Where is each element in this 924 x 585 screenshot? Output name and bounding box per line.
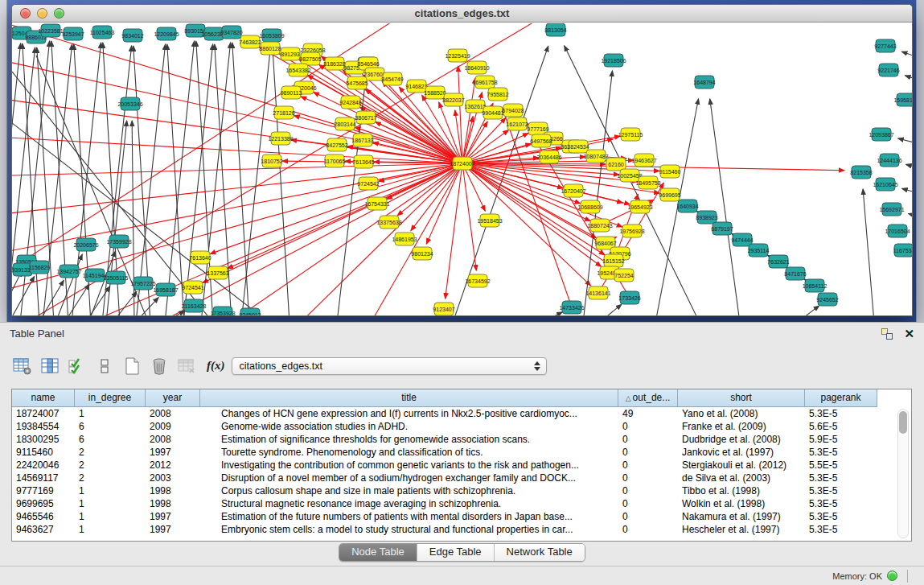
graph-node[interactable]: 16961758	[472, 76, 497, 89]
graph-hub-node[interactable]: 18724007	[450, 157, 474, 170]
graph-node[interactable]: 9347820	[220, 26, 242, 39]
graph-node[interactable]: 9245652	[816, 293, 838, 306]
table-selector-dropdown[interactable]: citations_edges.txt	[232, 357, 547, 375]
graph-node[interactable]: 9245012	[239, 308, 261, 315]
graph-node[interactable]: 14136141	[585, 286, 610, 299]
graph-node[interactable]: 9115460	[659, 165, 681, 178]
graph-node[interactable]: 1648794	[693, 76, 715, 89]
graph-node[interactable]: 17016504	[885, 225, 910, 237]
graph-node[interactable]: 16210645	[873, 178, 897, 191]
graph-node[interactable]: 16543382	[285, 64, 310, 76]
graph-node[interactable]: 12209845	[154, 27, 179, 40]
graph-node[interactable]: 8471676	[784, 267, 806, 280]
table-row[interactable]: 1830029562008Estimation of significance …	[12, 433, 911, 446]
graph-node[interactable]: 1156829	[29, 261, 51, 274]
float-panel-icon[interactable]	[881, 328, 893, 340]
citation-edge-black[interactable]	[902, 188, 912, 194]
graph-node[interactable]: 8860128	[259, 42, 281, 55]
graph-node[interactable]: 13942757	[56, 265, 81, 278]
graph-node[interactable]: 10688609	[577, 200, 602, 213]
graph-node[interactable]: 18640910	[464, 61, 489, 74]
citation-edge-red[interactable]	[12, 163, 462, 176]
table-row[interactable]: 1872400712008Changes of HCN gene express…	[12, 407, 911, 420]
graph-node[interactable]: 7613640	[189, 251, 211, 264]
graph-node[interactable]: 8427552	[326, 138, 347, 151]
graph-node[interactable]: 2935114	[748, 244, 770, 257]
table-row[interactable]: 969969511998Structural magnetic resonanc…	[12, 497, 911, 510]
table-row[interactable]: 946554611997Estimation of the future num…	[12, 510, 911, 523]
graph-node[interactable]: 16053809	[259, 29, 284, 42]
graph-node[interactable]: 9801234	[411, 247, 433, 260]
table-row[interactable]: 977716911998Corpus callosum shape and si…	[12, 484, 911, 497]
citation-network-graph[interactable]: 1125046598860121022358182539471102546398…	[12, 23, 912, 315]
graph-node[interactable]: 12975115	[618, 128, 643, 141]
graph-node[interactable]: 1167534	[893, 244, 912, 257]
graph-node[interactable]: 1615152	[602, 254, 624, 267]
network-canvas[interactable]: 1125046598860121022358182539471102546398…	[12, 23, 912, 315]
function-builder-icon[interactable]: f(x)	[207, 359, 225, 373]
citation-edge-black[interactable]	[133, 46, 150, 315]
graph-node[interactable]: 7632621	[767, 255, 789, 268]
citation-edge-black[interactable]	[541, 312, 562, 315]
graph-node[interactable]: 2718126	[273, 106, 294, 119]
graph-node[interactable]: 9904481	[482, 106, 503, 119]
column-header-year[interactable]: year	[146, 389, 200, 407]
memory-status-icon[interactable]	[887, 571, 897, 581]
graph-node[interactable]: 7955812	[487, 88, 508, 101]
table-scrollbar[interactable]	[897, 409, 909, 538]
citation-edge-red[interactable]	[462, 117, 473, 163]
graph-node[interactable]: 6794028	[502, 104, 524, 117]
graph-node[interactable]: 18807243	[587, 219, 612, 232]
graph-node[interactable]: 20053346	[117, 97, 142, 110]
citation-edge-black[interactable]	[905, 76, 912, 81]
graph-node[interactable]: 8215358	[850, 166, 872, 179]
graph-node[interactable]: 19518453	[477, 214, 502, 227]
tab-edge-table[interactable]: Edge Table	[417, 544, 495, 561]
graph-node[interactable]: 12444136	[877, 154, 901, 167]
graph-node[interactable]: 9123407	[433, 303, 454, 315]
graph-node[interactable]: 9724541	[182, 281, 203, 294]
graph-node[interactable]: 9724542	[357, 177, 379, 190]
graph-node[interactable]: 6497568	[530, 134, 552, 147]
graph-node[interactable]: 17957225	[130, 277, 155, 290]
citation-edge-black[interactable]	[55, 254, 82, 315]
graph-node[interactable]: 17353928	[210, 307, 235, 315]
graph-node[interactable]: 1621072	[506, 117, 528, 130]
network-window-titlebar[interactable]: citations_edges.txt	[12, 5, 912, 23]
table-row[interactable]: 911546021997Tourette syndrome. Phenomeno…	[12, 446, 911, 459]
graph-node[interactable]: 14733426	[559, 301, 584, 314]
graph-node[interactable]: 15692971	[879, 203, 904, 216]
close-panel-icon[interactable]: ✕	[904, 328, 914, 340]
citation-edge-red[interactable]	[197, 163, 462, 315]
selection-mode-icon[interactable]	[65, 356, 89, 377]
graph-node[interactable]: 891293	[281, 47, 300, 60]
graph-node[interactable]: 7463822	[239, 35, 261, 48]
graph-node[interactable]: 10654112	[803, 279, 827, 292]
graph-node[interactable]: 12325419	[445, 49, 470, 62]
citation-edge-red[interactable]	[462, 163, 476, 270]
graph-node[interactable]: 15958132	[893, 93, 912, 106]
column-header-pagerank[interactable]: pagerank	[805, 389, 877, 407]
graph-node[interactable]: 8813054	[544, 23, 566, 36]
citation-edge-red[interactable]	[12, 163, 462, 216]
column-header-short[interactable]: short	[678, 389, 805, 407]
citation-edge-black[interactable]	[12, 276, 35, 315]
graph-node[interactable]: 16720407	[561, 184, 585, 197]
graph-node[interactable]: 20206576	[73, 238, 98, 251]
graph-node[interactable]: 752254	[614, 269, 634, 282]
citation-edge-black[interactable]	[797, 306, 819, 315]
table-row[interactable]: 2242004622012Investigating the contribut…	[12, 459, 911, 472]
citation-edge-black[interactable]	[863, 189, 874, 315]
graph-node[interactable]: 1337563	[207, 266, 228, 279]
column-header-name[interactable]: name	[12, 389, 75, 407]
graph-node[interactable]: 1640934	[676, 200, 698, 212]
graph-node[interactable]: 6879197	[711, 222, 733, 235]
graph-node[interactable]: 5475685	[346, 76, 368, 89]
table-row[interactable]: 1456911722003Disruption of a novel membe…	[12, 472, 911, 484]
zoom-window-icon[interactable]	[54, 8, 64, 19]
create-column-icon[interactable]	[120, 356, 144, 377]
tab-network-table[interactable]: Network Table	[495, 544, 585, 561]
graph-node[interactable]: 8822037	[442, 93, 464, 106]
graph-node[interactable]: 16958187	[153, 283, 178, 296]
graph-node[interactable]: 9242848	[339, 96, 361, 109]
